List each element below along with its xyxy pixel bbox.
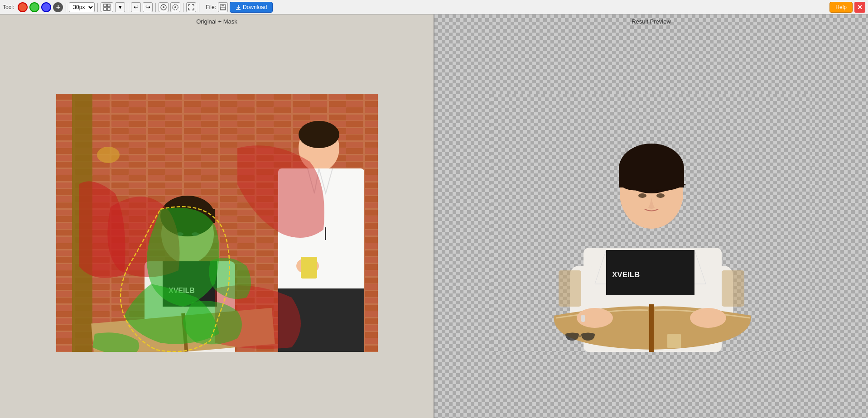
svg-rect-9 — [222, 5, 224, 6]
svg-point-52 — [638, 193, 646, 198]
svg-rect-58 — [559, 270, 581, 307]
tool-label: Tool: — [3, 4, 14, 10]
toolbar: Tool: + 10px 20px 30px 40px 50px ▾ ↩ ↪ — [0, 0, 868, 14]
divider-2 — [97, 3, 98, 12]
svg-rect-1 — [107, 4, 110, 7]
main-area: Original + Mask — [0, 14, 868, 418]
redo-button[interactable]: ↪ — [143, 2, 153, 12]
result-image: XVEILB — [491, 94, 812, 352]
divider-6 — [199, 3, 199, 12]
svg-point-20 — [97, 147, 120, 163]
left-panel-title: Original + Mask — [196, 14, 237, 28]
svg-rect-60 — [667, 334, 681, 348]
download-button[interactable]: Download — [230, 2, 273, 13]
right-image-container: XVEILB — [491, 94, 812, 352]
file-label: File: — [206, 4, 216, 10]
divider-5 — [183, 3, 183, 12]
divider-4 — [155, 3, 156, 12]
divider-3 — [128, 3, 128, 12]
svg-rect-2 — [104, 8, 106, 10]
download-label: Download — [243, 4, 267, 10]
svg-rect-59 — [722, 270, 744, 307]
grid-button[interactable] — [101, 2, 113, 12]
svg-rect-57 — [581, 315, 585, 322]
svg-rect-10 — [221, 7, 225, 10]
original-mask-panel: Original + Mask — [0, 14, 434, 418]
right-canvas[interactable]: XVEILB — [434, 28, 868, 418]
svg-point-53 — [656, 193, 665, 198]
svg-text:XVEILB: XVEILB — [612, 270, 640, 279]
help-button[interactable]: Help — [829, 2, 853, 13]
result-preview-panel: Result Preview — [434, 14, 868, 418]
svg-point-5 — [163, 6, 164, 8]
left-image-container[interactable]: XVEILB — [56, 94, 378, 352]
close-button[interactable]: ✕ — [854, 2, 865, 13]
svg-rect-28 — [301, 257, 317, 279]
svg-rect-26 — [325, 227, 326, 240]
svg-point-22 — [299, 121, 339, 148]
svg-point-56 — [690, 308, 726, 328]
undo-button[interactable]: ↩ — [131, 2, 141, 12]
erase-tool-button[interactable] — [18, 2, 28, 12]
svg-rect-54 — [649, 304, 654, 352]
brush-size-select[interactable]: 10px 20px 30px 40px 50px — [69, 2, 95, 12]
right-panel-title: Result Preview — [632, 14, 671, 28]
original-image: XVEILB — [56, 94, 378, 352]
grid-options-button[interactable]: ▾ — [115, 2, 125, 12]
svg-rect-0 — [104, 4, 106, 7]
svg-point-7 — [174, 6, 176, 8]
cross-tool-button[interactable]: + — [53, 2, 63, 12]
left-canvas[interactable]: XVEILB — [0, 28, 434, 418]
lasso-button[interactable] — [159, 2, 169, 12]
select-tool-button[interactable] — [41, 2, 51, 12]
foreground-tool-button[interactable] — [29, 2, 39, 12]
svg-rect-3 — [107, 8, 110, 10]
divider-1 — [66, 3, 66, 12]
fullscreen-button[interactable] — [186, 2, 196, 12]
save-button[interactable] — [218, 2, 228, 12]
magic-wand-button[interactable] — [170, 2, 180, 12]
